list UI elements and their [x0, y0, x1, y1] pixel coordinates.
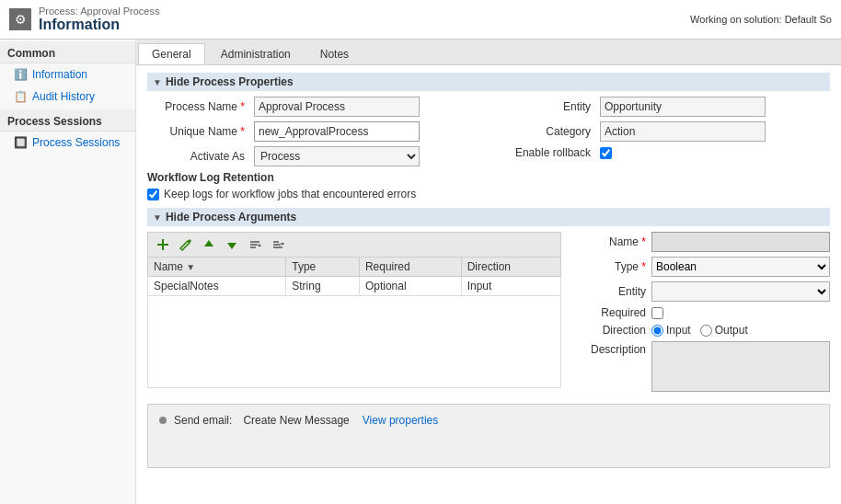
sidebar-item-information-label: Information: [32, 68, 87, 81]
prop-description-textarea[interactable]: [651, 341, 830, 392]
direction-output-text: Output: [715, 324, 748, 337]
category-value: Action: [600, 121, 766, 142]
step-prefix: Send email:: [174, 414, 232, 427]
tab-notes[interactable]: Notes: [306, 43, 363, 64]
prop-row-description: Description: [572, 341, 830, 392]
toolbar-movedown-btn[interactable]: [222, 235, 242, 254]
prop-type-label: Type: [572, 260, 646, 273]
col-header-required[interactable]: Required: [359, 258, 461, 277]
col-type-label: Type: [292, 260, 316, 273]
tab-general[interactable]: General: [138, 43, 205, 64]
workflow-log-label: Workflow Log Retention: [147, 171, 830, 184]
toolbar-sort2-btn[interactable]: [268, 235, 288, 254]
steps-area: Send email: Create New Message View prop…: [147, 404, 830, 468]
sidebar-group-common: Common ℹ️ Information 📋 Audit History: [0, 41, 135, 108]
entity-value: Opportunity: [600, 97, 766, 117]
workflow-log-section: Workflow Log Retention Keep logs for wor…: [147, 171, 830, 200]
col-required-label: Required: [365, 260, 410, 273]
section-hide-process-properties[interactable]: ▼ Hide Process Properties: [147, 73, 830, 91]
prop-row-name: Name: [572, 232, 830, 252]
prop-description-label: Description: [572, 341, 646, 356]
process-name-label: Process Name: [147, 100, 248, 113]
sidebar-item-process-sessions-label: Process Sessions: [32, 136, 120, 149]
sidebar-group-process-sessions-header: Process Sessions: [0, 109, 135, 132]
col-header-type[interactable]: Type: [286, 258, 360, 277]
enable-rollback-label: Enable rollback: [512, 146, 594, 159]
prop-name-label: Name: [572, 235, 646, 248]
information-icon: ℹ️: [13, 67, 28, 82]
prop-type-select[interactable]: Boolean: [651, 257, 830, 277]
prop-entity-label: Entity: [572, 285, 646, 298]
args-toolbar: [147, 232, 561, 257]
step-item: Send email: Create New Message View prop…: [159, 414, 818, 427]
tab-administration[interactable]: Administration: [207, 43, 305, 64]
section-hide-process-arguments[interactable]: ▼ Hide Process Arguments: [147, 208, 830, 226]
sidebar-group-common-header: Common: [0, 41, 135, 63]
direction-input-label: Input: [651, 324, 691, 337]
section-title-arguments: Hide Process Arguments: [166, 211, 296, 223]
step-main-text: Create New Message: [243, 414, 349, 427]
toolbar-edit-btn[interactable]: [176, 235, 196, 254]
header-working-on: Working on solution: Default So: [690, 14, 832, 25]
row-name: SpecialNotes: [148, 277, 286, 296]
header-title: Information: [39, 17, 159, 33]
enable-rollback-checkbox[interactable]: [600, 147, 612, 159]
direction-input-radio[interactable]: [651, 325, 663, 337]
workflow-log-checkbox[interactable]: [147, 189, 159, 200]
prop-required-checkbox[interactable]: [651, 307, 663, 319]
direction-output-radio[interactable]: [700, 325, 712, 337]
category-label: Category: [512, 125, 594, 138]
prop-required-label: Required: [572, 306, 646, 319]
args-table: Name ▼ Type Required: [147, 257, 561, 388]
svg-marker-2: [204, 240, 213, 246]
step-bullet: [159, 417, 167, 424]
sidebar: Common ℹ️ Information 📋 Audit History Pr…: [0, 40, 136, 504]
section-toggle-arguments: ▼: [153, 212, 162, 223]
args-properties-panel: Name Type Boolean Entity: [572, 232, 830, 396]
table-row[interactable]: SpecialNotes String Optional Input: [148, 277, 561, 296]
header-left: ⚙ Process: Approval Process Information: [9, 6, 159, 33]
content-area: General Administration Notes ▼ Hide Proc…: [136, 40, 841, 504]
sidebar-item-audit-history[interactable]: 📋 Audit History: [0, 86, 135, 108]
prop-entity-select[interactable]: [651, 281, 830, 302]
col-header-name[interactable]: Name ▼: [148, 258, 286, 277]
sidebar-item-process-sessions[interactable]: 🔲 Process Sessions: [0, 132, 135, 154]
direction-input-text: Input: [666, 324, 691, 337]
form-content: ▼ Hide Process Properties Process Name U…: [136, 65, 841, 483]
prop-name-input[interactable]: [651, 232, 830, 252]
name-sort-indicator: ▼: [186, 262, 195, 272]
toolbar-add-btn[interactable]: [153, 235, 173, 254]
toolbar-moveup-btn[interactable]: [199, 235, 219, 254]
svg-marker-11: [281, 243, 284, 246]
row-direction: Input: [461, 277, 560, 296]
col-direction-label: Direction: [467, 260, 511, 273]
col-right-properties: Entity Opportunity Category Action Enabl…: [484, 97, 830, 171]
process-icon: ⚙: [15, 12, 27, 27]
workflow-log-checkbox-label: Keep logs for workflow jobs that encount…: [164, 188, 416, 200]
section-title-properties: Hide Process Properties: [166, 75, 294, 88]
row-required: Optional: [359, 277, 461, 296]
col-name-label: Name: [154, 260, 183, 273]
svg-marker-7: [258, 244, 261, 246]
svg-marker-3: [227, 243, 236, 249]
direction-output-label: Output: [700, 324, 748, 337]
unique-name-input[interactable]: [254, 121, 420, 142]
row-type: String: [286, 277, 360, 296]
sidebar-item-audit-history-label: Audit History: [32, 90, 95, 103]
audit-history-icon: 📋: [13, 89, 28, 104]
process-sessions-icon: 🔲: [13, 135, 28, 150]
prop-row-direction: Direction Input Output: [572, 324, 830, 337]
args-table-wrap: Name ▼ Type Required: [147, 232, 561, 396]
activate-as-label: Activate As: [147, 150, 248, 163]
process-name-input[interactable]: [254, 97, 420, 117]
col-left-properties: Process Name Unique Name Activate As: [147, 97, 466, 171]
toolbar-sort1-btn[interactable]: [245, 235, 265, 254]
args-section: Name ▼ Type Required: [147, 232, 830, 396]
prop-direction-radio-group: Input Output: [651, 324, 748, 337]
svg-rect-1: [157, 244, 168, 246]
col-header-direction[interactable]: Direction: [461, 258, 560, 277]
activate-as-select[interactable]: Process: [254, 146, 420, 166]
sidebar-item-information[interactable]: ℹ️ Information: [0, 63, 135, 86]
section-toggle-properties: ▼: [153, 77, 162, 87]
step-view-properties-link[interactable]: View properties: [363, 414, 439, 427]
